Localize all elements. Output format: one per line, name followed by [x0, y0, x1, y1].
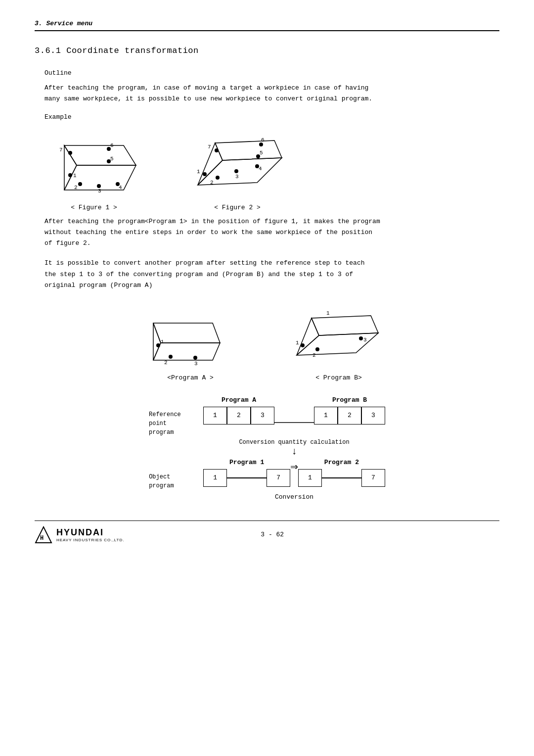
svg-text:2: 2: [312, 352, 316, 358]
svg-point-11: [78, 182, 82, 186]
svg-text:2: 2: [164, 360, 168, 366]
footer-content: H HYUNDAI HEAVY INDUSTRIES CO.,LTD. 3 - …: [35, 526, 499, 544]
flow-programB-group: Program B 1 2 3: [314, 396, 385, 425]
svg-point-29: [234, 169, 238, 173]
svg-text:H: H: [40, 535, 44, 542]
hyundai-logo: H HYUNDAI HEAVY INDUSTRIES CO.,LTD.: [35, 526, 124, 544]
flow-program1-label: Program 1: [229, 459, 264, 466]
figure1-svg: 1 7 6 5 2 3 4: [44, 131, 143, 200]
flow-box-a3: 3: [251, 407, 274, 425]
svg-text:3: 3: [98, 188, 101, 194]
svg-text:3: 3: [194, 361, 198, 367]
flow-program2-label: Program 2: [324, 459, 359, 466]
svg-text:6: 6: [110, 142, 114, 148]
svg-text:1: 1: [296, 340, 299, 346]
svg-text:2: 2: [74, 185, 78, 190]
obj-box-2b: 7: [361, 469, 385, 487]
svg-text:1: 1: [197, 169, 200, 175]
conversion-calc-label: Conversion quantity calculation: [148, 439, 440, 446]
header-text: 3. Service menu: [35, 20, 92, 27]
flow-programB-label: Program B: [332, 396, 367, 404]
logo-triangle: H: [35, 526, 52, 544]
svg-text:7: 7: [208, 144, 211, 150]
down-arrow: ↓: [148, 447, 440, 457]
flow-box-a2: 2: [227, 407, 251, 425]
arrow-right: ⇒: [290, 459, 298, 477]
programA-caption: <Program A >: [167, 374, 214, 381]
hyundai-text: HYUNDAI HEAVY INDUSTRIES CO.,LTD.: [56, 527, 124, 542]
svg-point-3: [68, 173, 72, 177]
connecting-line-ref: [274, 396, 314, 424]
figure1-caption: < Figure 1 >: [71, 204, 117, 211]
svg-point-39: [169, 355, 173, 359]
svg-marker-44: [312, 316, 378, 335]
flow-program2-group: Program 2 1 7: [298, 459, 385, 487]
obj-program-label: Object program: [149, 459, 203, 490]
svg-text:1: 1: [161, 339, 164, 345]
svg-point-41: [193, 356, 197, 360]
svg-text:6: 6: [261, 137, 265, 143]
obj-line-1: [227, 477, 267, 478]
flow-box-b2: 2: [338, 407, 361, 425]
svg-point-48: [315, 347, 319, 351]
program-diagrams: 1 2 3 <Program A > 1: [35, 306, 499, 381]
figure1-block: 1 7 6 5 2 3 4 < Figure 1 >: [44, 131, 143, 211]
conversion-label: Conversion: [148, 493, 440, 501]
svg-text:3: 3: [235, 174, 239, 180]
obj-boxes-1: 1 7: [203, 469, 290, 487]
triangle-svg: H: [35, 526, 52, 544]
footer: H HYUNDAI HEAVY INDUSTRIES CO.,LTD. 3 - …: [35, 520, 499, 544]
figure2-caption: < Figure 2 >: [214, 204, 261, 211]
program-figures-row: 1 2 3 <Program A > 1: [35, 306, 499, 381]
svg-text:1: 1: [73, 173, 77, 179]
flow-diagram: Reference point program Program A 1 2 3 …: [94, 396, 440, 501]
figure2-block: 1 6 5 2 3 4 7 < Figure: [183, 131, 292, 211]
programB-figure: 1 2 3 1 < Program B>: [287, 306, 391, 381]
flow-programA-boxes: 1 2 3: [203, 407, 274, 425]
svg-point-13: [97, 184, 101, 188]
svg-point-5: [68, 151, 72, 155]
hyundai-sub-text: HEAVY INDUSTRIES CO.,LTD.: [56, 538, 124, 542]
programA-figure: 1 2 3 <Program A >: [143, 306, 237, 381]
svg-point-37: [156, 343, 160, 347]
svg-text:3: 3: [363, 337, 367, 343]
obj-box-1a: 1: [203, 469, 227, 487]
svg-text:1: 1: [326, 310, 330, 316]
flow-box-b1: 1: [314, 407, 338, 425]
svg-point-27: [216, 176, 220, 180]
flow-programB-boxes: 1 2 3: [314, 407, 385, 425]
svg-marker-18: [215, 141, 282, 160]
programA-svg: 1 2 3: [143, 306, 237, 370]
header-section: 3. Service menu: [35, 20, 499, 31]
outline-label: Outline: [44, 69, 499, 77]
figures-row: 1 7 6 5 2 3 4 < Figure 1 >: [44, 131, 499, 211]
svg-point-46: [301, 343, 305, 347]
flow-program1-group: Program 1 1 7: [203, 459, 290, 487]
footer-line: [35, 520, 499, 521]
svg-text:4: 4: [259, 166, 262, 172]
svg-point-22: [215, 148, 219, 152]
body-text-2: After teaching the program<Program 1> in…: [44, 216, 499, 249]
svg-point-50: [359, 336, 363, 340]
page-number: 3 - 62: [124, 531, 420, 538]
obj-line-2: [322, 477, 361, 478]
section-title: 3.6.1 Coordinate transformation: [35, 46, 499, 55]
figure2-svg: 1 6 5 2 3 4 7: [183, 131, 292, 200]
flow-programA-label: Program A: [222, 396, 256, 404]
svg-text:2: 2: [210, 180, 214, 186]
svg-marker-36: [153, 323, 161, 360]
programB-svg: 1 2 3 1: [287, 306, 391, 370]
svg-text:7: 7: [59, 147, 63, 153]
svg-text:4: 4: [119, 185, 122, 190]
svg-point-23: [259, 142, 263, 146]
flow-box-a1: 1: [203, 407, 227, 425]
svg-point-20: [203, 172, 207, 176]
obj-boxes-2: 1 7: [298, 469, 385, 487]
ref-point-label: Reference point program: [149, 396, 203, 437]
svg-text:5: 5: [260, 150, 263, 156]
obj-box-2a: 1: [298, 469, 322, 487]
body-text-3: It is possible to convert another progra…: [44, 258, 499, 290]
flow-programA-group: Program A 1 2 3: [203, 396, 274, 425]
obj-box-1b: 7: [267, 469, 290, 487]
svg-text:5: 5: [110, 156, 114, 162]
